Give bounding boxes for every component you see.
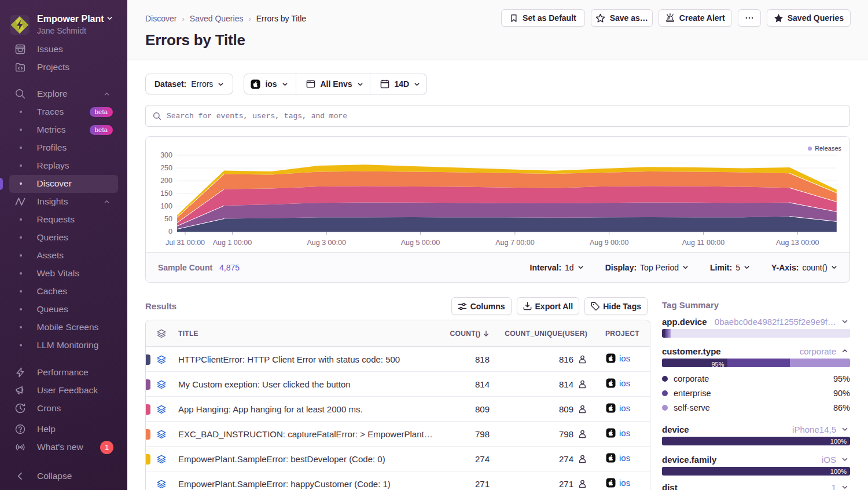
svg-text:250: 250 (160, 164, 172, 172)
svg-text:Aug 1 00:00: Aug 1 00:00 (213, 239, 252, 247)
svg-text:50: 50 (164, 215, 172, 223)
svg-text:0: 0 (168, 228, 172, 236)
svg-text:Aug 7 00:00: Aug 7 00:00 (495, 239, 534, 247)
svg-text:150: 150 (160, 189, 172, 198)
svg-text:Aug 9 00:00: Aug 9 00:00 (590, 239, 628, 247)
svg-text:Aug 3 00:00: Aug 3 00:00 (307, 239, 345, 247)
svg-text:Aug 13 00:00: Aug 13 00:00 (776, 239, 819, 247)
svg-text:100: 100 (160, 202, 172, 210)
svg-text:Jul 31 00:00: Jul 31 00:00 (165, 239, 205, 247)
svg-text:Aug 5 00:00: Aug 5 00:00 (401, 239, 440, 247)
svg-text:300: 300 (160, 151, 172, 159)
svg-text:Aug 11 00:00: Aug 11 00:00 (682, 239, 724, 247)
svg-text:200: 200 (160, 177, 172, 185)
